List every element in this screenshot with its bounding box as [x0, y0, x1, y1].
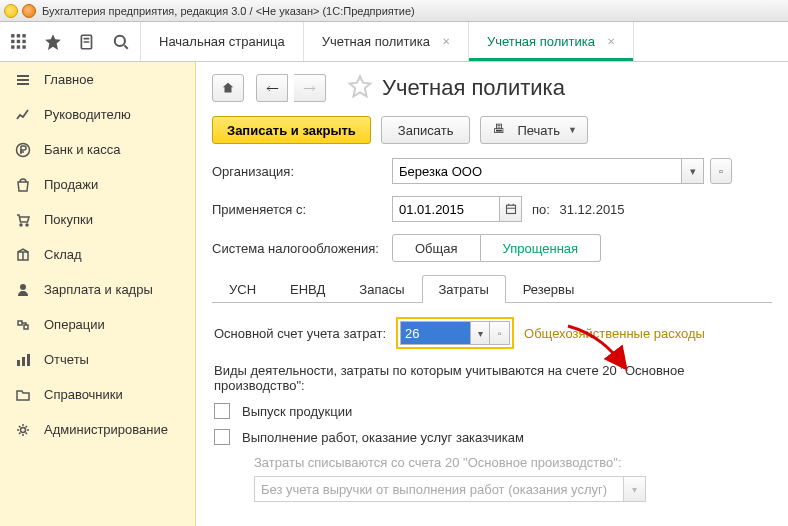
tax-label: Система налогообложения: [212, 241, 392, 256]
cart-icon [14, 211, 32, 229]
svg-rect-5 [22, 39, 25, 42]
writeoff-block: Затраты списываются со счета 20 "Основно… [254, 455, 770, 502]
window-title: Бухгалтерия предприятия, редакция 3.0 / … [42, 5, 415, 17]
org-label: Организация: [212, 164, 392, 179]
account-label: Основной счет учета затрат: [214, 326, 386, 341]
page-header: 🡐 🡒 Учетная политика [212, 74, 772, 102]
apps-icon[interactable] [2, 23, 36, 61]
sidebar-item-sales[interactable]: Продажи [0, 167, 195, 202]
svg-rect-20 [506, 205, 515, 213]
dropdown-button[interactable]: ▾ [682, 158, 704, 184]
main-toolbar: Начальная страница Учетная политика✕ Уче… [0, 22, 788, 62]
operations-icon [14, 316, 32, 334]
date-to-block: по: 31.12.2015 [532, 202, 625, 217]
history-icon[interactable] [70, 23, 104, 61]
subtabs: УСН ЕНВД Запасы Затраты Резервы [212, 274, 772, 303]
sidebar-item-label: Банк и касса [44, 142, 121, 157]
star-icon[interactable] [36, 23, 70, 61]
action-bar: Записать и закрыть Записать 🖶Печать▼ [212, 116, 772, 144]
account-row: Основной счет учета затрат: ▾ ▫ Общехозя… [214, 317, 770, 349]
forward-button[interactable]: 🡒 [294, 74, 326, 102]
date-input-wrap [392, 196, 522, 222]
sidebar-item-label: Главное [44, 72, 94, 87]
close-icon[interactable]: ✕ [442, 36, 450, 47]
date-to-label: по: [532, 202, 550, 217]
subtab-usn[interactable]: УСН [212, 275, 273, 303]
sidebar-item-operations[interactable]: Операции [0, 307, 195, 342]
window-sys-icon[interactable] [22, 4, 36, 18]
account-input-wrap: ▾ ▫ [396, 317, 514, 349]
cb-works[interactable] [214, 429, 230, 445]
writeoff-label: Затраты списываются со счета 20 "Основно… [254, 455, 770, 470]
svg-rect-0 [11, 34, 14, 37]
date-to-value: 31.12.2015 [560, 202, 625, 217]
svg-rect-6 [11, 45, 14, 48]
favorite-star-icon[interactable] [348, 74, 372, 102]
subtab-costs[interactable]: Затраты [422, 275, 506, 303]
svg-rect-3 [11, 39, 14, 42]
writeoff-input [254, 476, 624, 502]
sidebar-item-warehouse[interactable]: Склад [0, 237, 195, 272]
back-button[interactable]: 🡐 [256, 74, 288, 102]
calendar-button[interactable] [500, 196, 522, 222]
tab-label: Учетная политика [322, 34, 430, 49]
tab-label: Начальная страница [159, 34, 285, 49]
tax-toggle: Общая Упрощенная [392, 234, 601, 262]
tab-home[interactable]: Начальная страница [140, 22, 303, 61]
date-row: Применяется с: по: 31.12.2015 [212, 196, 772, 222]
sidebar-item-label: Зарплата и кадры [44, 282, 153, 297]
home-button[interactable] [212, 74, 244, 102]
sidebar-item-admin[interactable]: Администрирование [0, 412, 195, 447]
svg-rect-18 [27, 354, 30, 366]
toolbar-icons [0, 22, 140, 61]
sidebar-item-purchases[interactable]: Покупки [0, 202, 195, 237]
subtab-reserves[interactable]: Резервы [506, 275, 592, 303]
account-name: Общехозяйственные расходы [524, 326, 705, 341]
subtab-envd[interactable]: ЕНВД [273, 275, 342, 303]
print-button[interactable]: 🖶Печать▼ [480, 116, 588, 144]
box-icon [14, 246, 32, 264]
sidebar-item-salary[interactable]: Зарплата и кадры [0, 272, 195, 307]
sidebar-item-catalogs[interactable]: Справочники [0, 377, 195, 412]
account-input[interactable] [400, 321, 470, 345]
date-label: Применяется с: [212, 202, 392, 217]
account-dropdown-button[interactable]: ▾ [470, 321, 490, 345]
tab-policy-2[interactable]: Учетная политика✕ [468, 22, 633, 61]
sidebar-item-reports[interactable]: Отчеты [0, 342, 195, 377]
open-button[interactable]: ▫ [710, 158, 732, 184]
tab-label: Учетная политика [487, 34, 595, 49]
sidebar-item-main[interactable]: Главное [0, 62, 195, 97]
save-button[interactable]: Записать [381, 116, 471, 144]
close-icon[interactable]: ✕ [607, 36, 615, 47]
bar-chart-icon [14, 351, 32, 369]
sidebar-item-bank[interactable]: Банк и касса [0, 132, 195, 167]
sidebar-item-manager[interactable]: Руководителю [0, 97, 195, 132]
sidebar-item-label: Справочники [44, 387, 123, 402]
tax-simplified-button[interactable]: Упрощенная [481, 234, 602, 262]
costs-panel: Основной счет учета затрат: ▾ ▫ Общехозя… [212, 303, 772, 502]
menu-icon [14, 71, 32, 89]
tab-policy-1[interactable]: Учетная политика✕ [303, 22, 468, 61]
tax-general-button[interactable]: Общая [392, 234, 481, 262]
save-close-button[interactable]: Записать и закрыть [212, 116, 371, 144]
folder-icon [14, 386, 32, 404]
person-icon [14, 281, 32, 299]
date-from-input[interactable] [392, 196, 500, 222]
cb-production[interactable] [214, 403, 230, 419]
sidebar-item-label: Склад [44, 247, 82, 262]
writeoff-dropdown-button: ▾ [624, 476, 646, 502]
org-input[interactable] [392, 158, 682, 184]
cb-works-label: Выполнение работ, оказание услуг заказчи… [242, 430, 524, 445]
writeoff-input-wrap: ▾ [254, 476, 770, 502]
cb-production-row: Выпуск продукции [214, 403, 770, 419]
page-title: Учетная политика [382, 75, 565, 101]
svg-point-12 [20, 224, 22, 226]
svg-point-10 [115, 35, 125, 45]
content-area: 🡐 🡒 Учетная политика Записать и закрыть … [196, 62, 788, 526]
sidebar-item-label: Администрирование [44, 422, 168, 437]
account-open-button[interactable]: ▫ [490, 321, 510, 345]
subtab-stocks[interactable]: Запасы [342, 275, 421, 303]
svg-point-13 [26, 224, 28, 226]
search-icon[interactable] [104, 23, 138, 61]
sidebar-item-label: Руководителю [44, 107, 131, 122]
